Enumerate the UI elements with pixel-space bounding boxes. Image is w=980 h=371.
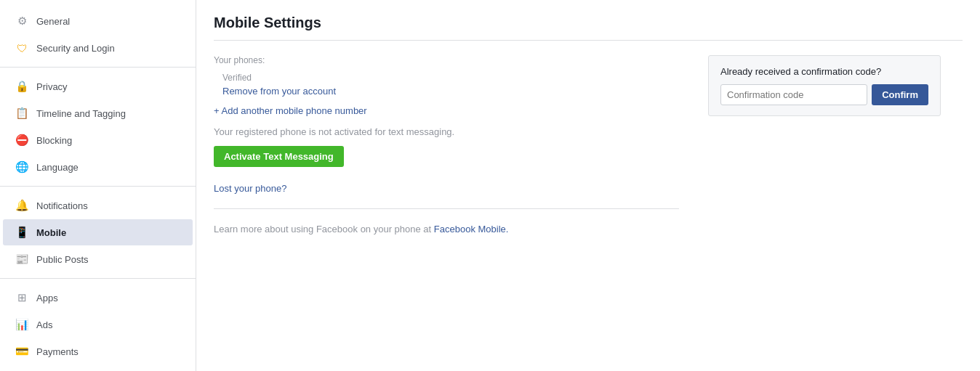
language-icon: 🌐 (15, 160, 29, 174)
not-activated-text: Your registered phone is not activated f… (214, 126, 679, 137)
sidebar-item-label: Public Posts (36, 254, 89, 265)
sidebar-item-label: Blocking (36, 135, 72, 146)
phone-entry: Verified Remove from your account (214, 73, 679, 97)
sidebar-item-label: Timeline and Tagging (36, 108, 126, 119)
confirmation-title: Already received a confirmation code? (720, 66, 928, 77)
sidebar-item-label: Payments (36, 346, 79, 357)
sidebar-item-support-inbox[interactable]: 🆘 Support Inbox (3, 365, 193, 371)
section-divider-bottom (214, 208, 679, 209)
sidebar-item-security-login[interactable]: 🛡 Security and Login (3, 35, 193, 61)
ads-icon: 📊 (15, 317, 29, 332)
sidebar-item-label: Mobile (36, 227, 66, 238)
sidebar-group-1: ⚙ General 🛡 Security and Login (0, 8, 196, 61)
confirmation-code-input[interactable] (720, 84, 867, 105)
sidebar-group-4: ⊞ Apps 📊 Ads 💳 Payments 🆘 Support Inbox … (0, 285, 196, 371)
sidebar-divider-3 (0, 278, 196, 279)
general-icon: ⚙ (15, 14, 29, 28)
confirmation-panel: Already received a confirmation code? Co… (708, 55, 941, 116)
apps-icon: ⊞ (15, 290, 29, 305)
security-icon: 🛡 (15, 41, 29, 55)
lost-phone-link[interactable]: Lost your phone? (214, 183, 679, 194)
sidebar: ⚙ General 🛡 Security and Login 🔒 Privacy… (0, 0, 196, 371)
learn-more-text: Learn more about using Facebook on your … (214, 224, 679, 235)
sidebar-divider-2 (0, 186, 196, 187)
notifications-icon: 🔔 (15, 198, 29, 213)
page-title: Mobile Settings (214, 15, 963, 31)
payments-icon: 💳 (15, 344, 29, 359)
sidebar-item-privacy[interactable]: 🔒 Privacy (3, 73, 193, 99)
mobile-icon: 📱 (15, 225, 29, 240)
remove-from-account-link[interactable]: Remove from your account (222, 86, 336, 97)
sidebar-item-label: Apps (36, 293, 58, 303)
sidebar-item-label: Ads (36, 319, 52, 330)
sidebar-item-label: Language (36, 162, 79, 173)
sidebar-item-mobile[interactable]: 📱 Mobile (3, 219, 193, 245)
privacy-icon: 🔒 (15, 79, 29, 94)
blocking-icon: ⛔ (15, 133, 29, 147)
section-divider-top (214, 40, 963, 41)
activate-text-messaging-button[interactable]: Activate Text Messaging (214, 146, 344, 167)
timeline-icon: 📋 (15, 106, 29, 121)
confirm-button[interactable]: Confirm (872, 84, 928, 105)
sidebar-item-payments[interactable]: 💳 Payments (3, 338, 193, 364)
sidebar-item-notifications[interactable]: 🔔 Notifications (3, 192, 193, 219)
sidebar-item-label: Security and Login (36, 43, 115, 54)
sidebar-item-timeline-tagging[interactable]: 📋 Timeline and Tagging (3, 100, 193, 126)
main-content: Mobile Settings Your phones: Verified Re… (196, 0, 980, 371)
facebook-mobile-link[interactable]: Facebook Mobile. (434, 224, 509, 235)
sidebar-item-ads[interactable]: 📊 Ads (3, 311, 193, 338)
right-spacer (941, 55, 963, 235)
add-phone-link[interactable]: + Add another mobile phone number (214, 105, 367, 116)
your-phones-label: Your phones: (214, 55, 679, 65)
sidebar-item-general[interactable]: ⚙ General (3, 8, 193, 34)
left-section: Your phones: Verified Remove from your a… (214, 55, 708, 235)
sidebar-item-label: General (36, 16, 70, 27)
sidebar-item-public-posts[interactable]: 📰 Public Posts (3, 246, 193, 272)
sidebar-group-2: 🔒 Privacy 📋 Timeline and Tagging ⛔ Block… (0, 73, 196, 180)
sidebar-item-label: Notifications (36, 200, 88, 211)
content-body: Your phones: Verified Remove from your a… (214, 55, 963, 235)
public-posts-icon: 📰 (15, 252, 29, 266)
sidebar-item-language[interactable]: 🌐 Language (3, 154, 193, 180)
sidebar-item-label: Privacy (36, 81, 68, 92)
verified-label: Verified (222, 73, 679, 83)
sidebar-divider-1 (0, 67, 196, 68)
sidebar-item-apps[interactable]: ⊞ Apps (3, 285, 193, 311)
sidebar-group-3: 🔔 Notifications 📱 Mobile 📰 Public Posts (0, 192, 196, 272)
sidebar-item-blocking[interactable]: ⛔ Blocking (3, 127, 193, 153)
confirmation-row: Confirm (720, 84, 928, 105)
